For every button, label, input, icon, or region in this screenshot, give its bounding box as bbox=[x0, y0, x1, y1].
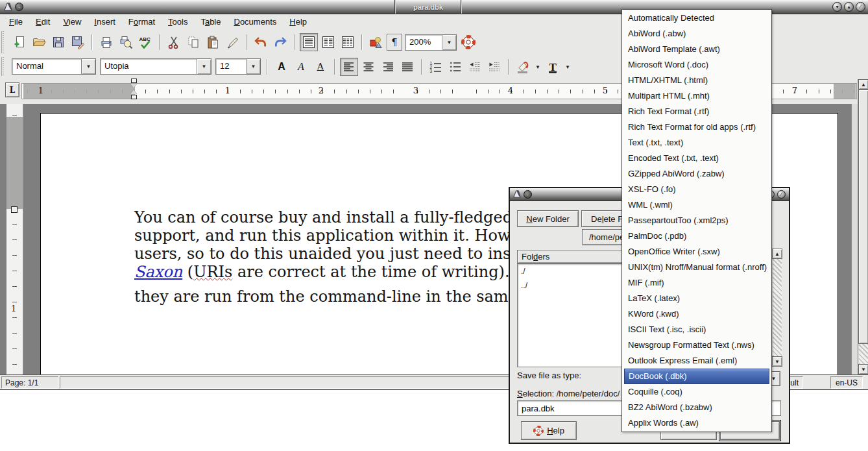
print-preview-button[interactable] bbox=[117, 33, 135, 51]
file-type-option[interactable]: Outlook Express Email (.eml) bbox=[622, 353, 771, 369]
spell-check-button[interactable]: ABC bbox=[136, 33, 154, 51]
file-type-option[interactable]: Multipart HTML (.mht) bbox=[622, 88, 771, 104]
dialog-scrollbar-trough[interactable] bbox=[773, 259, 782, 356]
file-type-option[interactable]: BZ2 AbiWord (.bzabw) bbox=[622, 400, 771, 415]
file-type-option[interactable]: UNIX(tm) Nroff/Manual format (.nroff) bbox=[622, 260, 771, 275]
scroll-down-icon[interactable]: ▼ bbox=[858, 364, 868, 374]
save-file-button[interactable] bbox=[49, 33, 67, 51]
style-combo-arrow-icon[interactable]: ▼ bbox=[82, 58, 96, 75]
dialog-scroll-up-icon[interactable]: ▲ bbox=[772, 249, 782, 259]
file-type-option[interactable]: Rich Text Format (.rtf) bbox=[622, 104, 771, 119]
vertical-ruler[interactable]: 1 bbox=[6, 104, 23, 374]
dialog-scrollbar[interactable]: ▲ ▼ bbox=[771, 249, 782, 367]
file-type-option[interactable]: XSL-FO (.fo) bbox=[622, 182, 771, 197]
menu-format[interactable]: Format bbox=[122, 16, 162, 28]
file-type-option[interactable]: LaTeX (.latex) bbox=[622, 291, 771, 306]
cut-button[interactable] bbox=[165, 33, 183, 51]
columns-2-button[interactable] bbox=[319, 33, 337, 51]
dialog-close-icon[interactable]: ∕ bbox=[777, 190, 786, 199]
file-type-option[interactable]: Newsgroup Formatted Text (.nws) bbox=[622, 337, 771, 353]
show-paragraphs-button[interactable]: ¶ bbox=[387, 34, 402, 51]
maximize-icon[interactable]: ▴ bbox=[844, 2, 854, 12]
file-type-option[interactable]: ISCII Text (.isc, .iscii) bbox=[622, 322, 771, 337]
zoom-combo-arrow-icon[interactable]: ▼ bbox=[442, 34, 457, 51]
font-color-button[interactable]: T bbox=[544, 58, 562, 76]
shade-icon[interactable]: ▾ bbox=[832, 2, 842, 12]
tab-stop-selector[interactable]: L bbox=[5, 82, 19, 97]
window-vertical-scrollbar[interactable]: ▲ ▼ bbox=[858, 79, 868, 374]
print-button[interactable] bbox=[97, 33, 115, 51]
file-type-option[interactable]: Automatically Detected bbox=[622, 10, 771, 26]
file-type-option[interactable]: Encoded Text (.txt, .text) bbox=[622, 151, 771, 166]
file-type-option[interactable]: Applix Words (.aw) bbox=[622, 415, 771, 431]
italic-button[interactable]: A bbox=[292, 58, 310, 76]
window-menu-icon[interactable]: - bbox=[15, 3, 23, 11]
file-type-option-selected[interactable]: DocBook (.dbk) bbox=[624, 369, 769, 384]
columns-1-button[interactable] bbox=[300, 33, 318, 51]
file-type-option[interactable]: Text (.txt, .text) bbox=[622, 135, 771, 151]
size-combo-arrow-icon[interactable]: ▼ bbox=[247, 58, 261, 75]
main-vertical-scrollbar[interactable] bbox=[851, 104, 858, 374]
decrease-indent-button[interactable] bbox=[466, 58, 484, 76]
file-type-option[interactable]: AbiWord (.abw) bbox=[622, 26, 771, 42]
scroll-up-icon[interactable]: ▲ bbox=[858, 79, 868, 90]
scrollbar-thumb[interactable] bbox=[858, 90, 868, 344]
dialog-window-menu-icon[interactable]: - bbox=[524, 190, 532, 199]
font-combo[interactable]: Utopia▼ bbox=[100, 58, 211, 75]
new-document-button[interactable] bbox=[10, 33, 29, 51]
align-right-button[interactable] bbox=[379, 58, 397, 76]
bold-button[interactable]: A bbox=[272, 58, 291, 76]
file-type-option[interactable]: Rich Text Format for old apps (.rtf) bbox=[622, 119, 771, 135]
file-type-option[interactable]: KWord (.kwd) bbox=[622, 306, 771, 322]
align-center-button[interactable] bbox=[359, 58, 378, 76]
save-as-button[interactable] bbox=[69, 33, 87, 51]
file-type-option[interactable]: Microsoft Word (.doc) bbox=[622, 57, 771, 73]
menu-file[interactable]: File bbox=[3, 16, 29, 28]
file-type-option[interactable]: MIF (.mif) bbox=[622, 275, 771, 291]
size-combo[interactable]: 12▼ bbox=[215, 58, 261, 75]
scrollbar-trough[interactable] bbox=[859, 344, 868, 364]
file-type-option[interactable]: HTML/XHTML (.html) bbox=[622, 73, 771, 88]
font-color-arrow-button[interactable]: ▾ bbox=[562, 59, 573, 75]
style-combo[interactable]: Normal▼ bbox=[12, 58, 96, 75]
help-button[interactable] bbox=[459, 33, 477, 51]
first-line-indent-marker[interactable] bbox=[131, 79, 137, 83]
align-left-button[interactable] bbox=[340, 58, 358, 76]
file-type-option[interactable]: GZipped AbiWord (.zabw) bbox=[622, 166, 771, 182]
dialog-scroll-down-icon[interactable]: ▼ bbox=[772, 356, 782, 367]
redo-button[interactable] bbox=[271, 33, 289, 51]
copy-button[interactable] bbox=[184, 33, 202, 51]
menu-help[interactable]: Help bbox=[283, 16, 313, 28]
increase-indent-button[interactable] bbox=[485, 58, 503, 76]
file-type-option[interactable]: Coquille (.coq) bbox=[622, 384, 771, 400]
format-painter-button[interactable] bbox=[223, 33, 241, 51]
open-folder-button[interactable] bbox=[30, 33, 48, 51]
file-type-option[interactable]: PalmDoc (.pdb) bbox=[622, 228, 771, 244]
toolbar-grip[interactable] bbox=[1, 57, 7, 76]
insert-graphic-button[interactable] bbox=[367, 33, 385, 51]
align-justify-button[interactable] bbox=[398, 58, 416, 76]
menu-documents[interactable]: Documents bbox=[228, 16, 283, 28]
close-icon[interactable]: ∕ bbox=[856, 2, 865, 12]
left-indent-marker-triangle[interactable] bbox=[130, 90, 137, 94]
toolbar-grip[interactable] bbox=[1, 31, 7, 53]
paste-button[interactable] bbox=[204, 33, 222, 51]
file-type-option[interactable]: OpenOffice Writer (.sxw) bbox=[622, 244, 771, 260]
top-margin-marker[interactable] bbox=[11, 206, 18, 213]
menu-view[interactable]: View bbox=[56, 16, 88, 28]
underline-button[interactable]: A bbox=[311, 58, 330, 76]
menu-edit[interactable]: Edit bbox=[29, 16, 56, 28]
numbered-list-button[interactable]: 123 bbox=[427, 58, 445, 76]
font-combo-arrow-icon[interactable]: ▼ bbox=[197, 58, 211, 75]
highlight-color-arrow-button[interactable]: ▾ bbox=[533, 59, 543, 75]
menu-insert[interactable]: Insert bbox=[88, 16, 122, 28]
menu-tools[interactable]: Tools bbox=[162, 16, 194, 28]
left-indent-marker[interactable] bbox=[131, 95, 137, 99]
columns-3-button[interactable] bbox=[339, 33, 357, 51]
bulleted-list-button[interactable] bbox=[446, 58, 464, 76]
highlight-color-button[interactable] bbox=[514, 58, 532, 76]
zoom-combo[interactable]: 200%▼ bbox=[405, 34, 457, 51]
file-type-option[interactable]: WML (.wml) bbox=[622, 197, 771, 213]
file-type-option[interactable]: PassepartoutToo (.xml2ps) bbox=[622, 213, 771, 228]
hyperlink-saxon[interactable]: Saxon bbox=[134, 263, 182, 281]
